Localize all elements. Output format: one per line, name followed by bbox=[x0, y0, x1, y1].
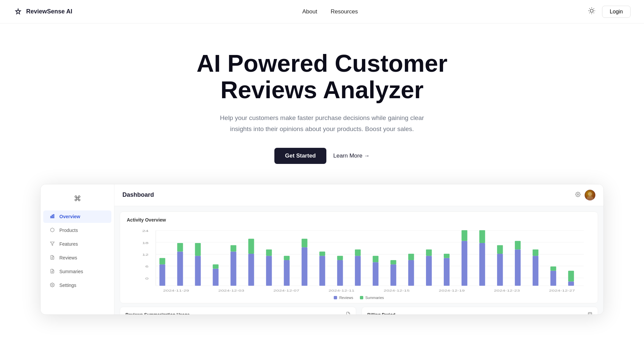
sidebar-item-products[interactable]: Products bbox=[43, 224, 111, 237]
svg-rect-57 bbox=[355, 256, 361, 286]
svg-line-9 bbox=[594, 8, 594, 9]
svg-rect-11 bbox=[52, 215, 53, 218]
hero-subtitle: Help your customers make faster purchase… bbox=[218, 113, 426, 134]
learn-more-button[interactable]: Learn More → bbox=[333, 153, 370, 159]
main-content: Dashboard Activity Overview bbox=[114, 184, 603, 314]
svg-rect-58 bbox=[355, 249, 361, 256]
svg-rect-77 bbox=[533, 256, 538, 286]
svg-rect-70 bbox=[462, 230, 467, 241]
settings-icon bbox=[50, 283, 56, 288]
svg-rect-50 bbox=[284, 256, 289, 260]
svg-point-21 bbox=[588, 192, 592, 196]
svg-text:12: 12 bbox=[142, 253, 149, 256]
legend-reviews-dot bbox=[334, 296, 337, 299]
svg-rect-59 bbox=[373, 262, 378, 286]
billing-card: Billing Period From: 28/11/2024 bbox=[362, 307, 598, 314]
sidebar: ⌘ Overview Products Features Reviews bbox=[41, 184, 114, 314]
svg-rect-66 bbox=[426, 249, 432, 256]
svg-rect-40 bbox=[195, 243, 201, 256]
svg-line-5 bbox=[594, 13, 594, 13]
svg-rect-71 bbox=[479, 243, 485, 286]
svg-rect-67 bbox=[444, 258, 449, 286]
svg-rect-74 bbox=[497, 245, 503, 253]
nav-resources[interactable]: Resources bbox=[331, 8, 358, 15]
svg-rect-44 bbox=[230, 245, 236, 251]
billing-card-title: Billing Period bbox=[367, 312, 592, 314]
bar-chart-icon bbox=[50, 214, 56, 220]
svg-rect-65 bbox=[426, 256, 432, 286]
svg-text:2024-12-27: 2024-12-27 bbox=[549, 289, 575, 292]
theme-toggle-button[interactable] bbox=[588, 7, 595, 16]
svg-rect-45 bbox=[248, 254, 254, 286]
sun-icon bbox=[588, 7, 595, 14]
legend-reviews: Reviews bbox=[334, 296, 353, 300]
chart-legend: Reviews Summaries bbox=[127, 296, 591, 300]
svg-rect-62 bbox=[390, 260, 396, 264]
svg-text:18: 18 bbox=[142, 241, 149, 245]
svg-rect-73 bbox=[497, 254, 503, 286]
svg-text:24: 24 bbox=[142, 229, 149, 233]
chart-container: Activity Overview 24 18 12 6 0 bbox=[120, 212, 598, 303]
bottom-cards: Reviews Summarization Usage Total summar… bbox=[120, 307, 598, 314]
svg-rect-81 bbox=[568, 282, 574, 286]
sidebar-item-reviews[interactable]: Reviews bbox=[43, 252, 111, 264]
svg-rect-39 bbox=[195, 256, 201, 286]
sidebar-label-settings: Settings bbox=[59, 283, 76, 288]
sidebar-label-overview: Overview bbox=[59, 214, 80, 219]
activity-chart-svg: 24 18 12 6 0 2024-11-29 2024-12-03 2024-… bbox=[127, 227, 591, 294]
svg-rect-64 bbox=[408, 254, 414, 260]
svg-rect-12 bbox=[53, 215, 54, 218]
chart-area: 24 18 12 6 0 2024-11-29 2024-12-03 2024-… bbox=[127, 227, 591, 294]
svg-rect-56 bbox=[337, 256, 343, 260]
svg-marker-13 bbox=[50, 242, 54, 246]
sidebar-item-overview[interactable]: Overview bbox=[43, 210, 111, 223]
nav-links: About Resources bbox=[302, 8, 358, 15]
sidebar-label-summaries: Summaries bbox=[59, 269, 83, 274]
svg-point-0 bbox=[17, 11, 19, 13]
sidebar-item-summaries[interactable]: Summaries bbox=[43, 265, 111, 278]
svg-rect-60 bbox=[373, 256, 378, 262]
legend-summaries-label: Summaries bbox=[365, 296, 384, 300]
svg-rect-69 bbox=[462, 241, 467, 286]
filter-icon bbox=[50, 241, 56, 247]
usage-card-title-text: Reviews Summarization Usage bbox=[125, 312, 190, 314]
svg-rect-61 bbox=[390, 264, 396, 286]
svg-rect-55 bbox=[337, 260, 343, 286]
nav-about[interactable]: About bbox=[302, 8, 317, 15]
brand-name: ReviewSense AI bbox=[26, 8, 72, 15]
avatar[interactable] bbox=[585, 190, 595, 200]
svg-text:6: 6 bbox=[145, 265, 149, 268]
svg-rect-76 bbox=[515, 241, 521, 249]
svg-text:2024-12-03: 2024-12-03 bbox=[218, 289, 245, 292]
sidebar-item-features[interactable]: Features bbox=[43, 238, 111, 250]
dashboard-header: Dashboard bbox=[114, 184, 603, 206]
app-preview: ⌘ Overview Products Features Reviews bbox=[40, 184, 604, 315]
sidebar-label-products: Products bbox=[59, 228, 78, 233]
svg-rect-63 bbox=[408, 260, 414, 286]
svg-rect-52 bbox=[302, 239, 307, 247]
login-button[interactable]: Login bbox=[602, 6, 631, 18]
svg-rect-41 bbox=[213, 268, 218, 286]
hero-title: AI Powered Customer Reviews Analyzer bbox=[184, 50, 460, 103]
svg-rect-75 bbox=[515, 249, 521, 286]
sidebar-logo: ⌘ bbox=[41, 191, 114, 210]
billing-card-title-text: Billing Period bbox=[367, 312, 395, 314]
svg-text:2024-12-15: 2024-12-15 bbox=[384, 289, 410, 292]
sidebar-item-settings[interactable]: Settings bbox=[43, 279, 111, 292]
svg-rect-35 bbox=[159, 264, 165, 286]
logo-icon bbox=[13, 7, 23, 16]
svg-point-19 bbox=[577, 194, 579, 195]
svg-rect-10 bbox=[51, 216, 51, 218]
usage-card: Reviews Summarization Usage Total summar… bbox=[120, 307, 356, 314]
nav-right: Login bbox=[588, 6, 631, 18]
file-text-icon-summaries bbox=[50, 269, 56, 275]
sidebar-label-reviews: Reviews bbox=[59, 255, 77, 260]
settings-header-icon[interactable] bbox=[575, 192, 581, 198]
svg-line-8 bbox=[589, 13, 590, 13]
svg-rect-43 bbox=[230, 251, 236, 286]
svg-line-4 bbox=[589, 8, 590, 9]
svg-rect-48 bbox=[266, 249, 272, 256]
usage-card-title: Reviews Summarization Usage bbox=[125, 312, 351, 314]
get-started-button[interactable]: Get Started bbox=[274, 148, 327, 164]
svg-rect-38 bbox=[177, 243, 183, 251]
